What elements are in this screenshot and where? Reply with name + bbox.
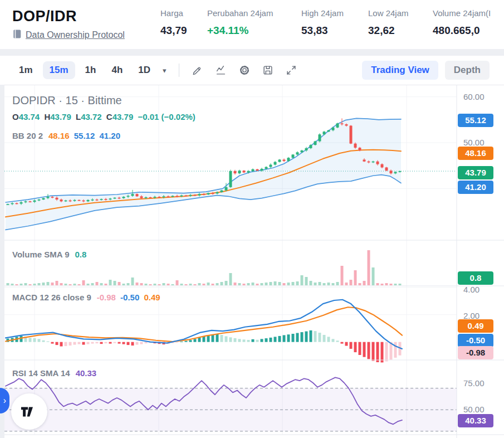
stat-low-24h: Low 24jam 32,62 xyxy=(368,8,409,37)
pair-header: DOP/IDR Data Ownership Protocol Harga 43… xyxy=(0,0,504,49)
depth-tab[interactable]: Depth xyxy=(445,61,490,80)
timeframe-1d[interactable]: 1D xyxy=(133,61,156,79)
book-icon xyxy=(12,29,22,41)
indicator-icon[interactable] xyxy=(215,64,227,76)
stat-high-24h: High 24jam 53,83 xyxy=(301,8,344,37)
page-title: DOP/IDR xyxy=(12,8,77,25)
chart-toolbar: 1m 15m 1h 4h 1D ▾ Trading View Depth xyxy=(0,56,504,85)
timeframe-1h[interactable]: 1h xyxy=(80,61,102,79)
tradingview-logo xyxy=(11,393,47,430)
fullscreen-icon[interactable] xyxy=(285,64,297,76)
timeframe-15m[interactable]: 15m xyxy=(43,61,75,79)
stat-volume-24h: Volume 24jam(I 480.665,0 xyxy=(433,8,503,37)
trading-view-tab[interactable]: Trading View xyxy=(362,61,438,80)
stat-harga: Harga 43,79 xyxy=(160,8,187,37)
chevron-right-icon: › xyxy=(3,396,6,406)
protocol-link[interactable]: Data Ownership Protocol xyxy=(26,30,125,40)
timeframe-4h[interactable]: 4h xyxy=(106,61,128,79)
toolbar-divider xyxy=(179,64,179,77)
protocol-row: Data Ownership Protocol xyxy=(12,29,125,41)
chart-area[interactable]: 60.0055.1250.0048.1643.7941.200.84.002.0… xyxy=(4,85,504,438)
stat-change-24h: Perubahan 24jam +34.11% xyxy=(207,8,273,37)
chevron-down-icon[interactable]: ▾ xyxy=(163,66,167,75)
settings-icon[interactable] xyxy=(238,64,251,76)
chart-canvas[interactable] xyxy=(4,85,504,438)
timeframe-1m[interactable]: 1m xyxy=(13,61,38,79)
save-icon[interactable] xyxy=(262,64,274,76)
draw-icon[interactable] xyxy=(192,64,204,76)
